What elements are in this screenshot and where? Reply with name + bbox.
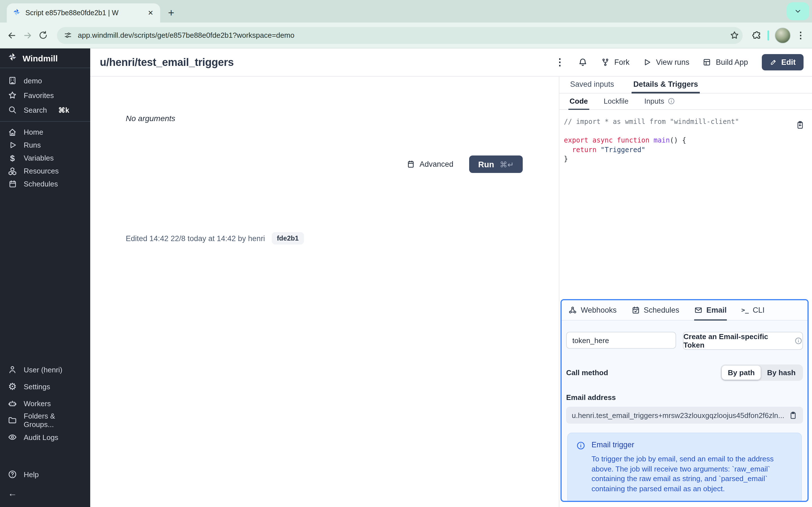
- star-icon: [8, 91, 17, 100]
- favorites-label: Favorites: [24, 91, 54, 100]
- sidebar-item-favorites[interactable]: Favorites: [0, 88, 90, 103]
- search-shortcut: ⌘k: [58, 106, 69, 114]
- bookmark-star-icon[interactable]: [730, 31, 739, 40]
- details-subtabs: Code Lockfile Inputs: [559, 94, 812, 110]
- browser-tab[interactable]: Script e857be88e0fde2b1 | W ✕: [7, 3, 160, 22]
- webhook-icon: [568, 305, 577, 314]
- windmill-logo-icon: [7, 52, 17, 64]
- sidebar-item-search[interactable]: Search ⌘k: [0, 103, 90, 117]
- url-bar[interactable]: app.windmill.dev/scripts/get/e857be88e0f…: [57, 27, 743, 44]
- edit-button[interactable]: Edit: [762, 54, 804, 70]
- home-label: Home: [24, 128, 43, 136]
- infobox-title: Email trigger: [592, 441, 793, 449]
- tab-cli[interactable]: >_ CLI: [741, 300, 765, 321]
- code-block[interactable]: // import * as wmill from "windmill-clie…: [564, 117, 806, 164]
- sidebar-item-variables[interactable]: $ Variables: [0, 152, 90, 165]
- sidebar-item-resources[interactable]: Resources: [0, 165, 90, 177]
- folder-icon: [8, 416, 17, 425]
- tab-close-icon[interactable]: ✕: [147, 9, 154, 17]
- call-method-row: Call method By path By hash: [566, 364, 803, 381]
- extensions-puzzle-icon[interactable]: [752, 30, 762, 40]
- code-string: "Triggered": [601, 146, 645, 154]
- infobox-content: Email trigger To trigger the job by emai…: [592, 441, 793, 494]
- browser-menu-icon[interactable]: ⋮: [796, 30, 805, 41]
- by-path-option[interactable]: By path: [722, 365, 761, 380]
- back-icon[interactable]: [7, 30, 17, 40]
- forward-icon[interactable]: [22, 30, 33, 40]
- run-button[interactable]: Run ⌘↵: [469, 156, 523, 173]
- build-app-button[interactable]: Build App: [703, 58, 748, 66]
- advanced-button[interactable]: Advanced: [407, 160, 453, 168]
- subtab-inputs[interactable]: Inputs: [643, 94, 676, 110]
- sidebar-group-bottom: User (henri) ⚙ Settings Workers Fold: [0, 361, 90, 507]
- bell-icon[interactable]: [578, 57, 588, 67]
- tab-details-triggers[interactable]: Details & Triggers: [631, 76, 700, 94]
- subtab-lockfile[interactable]: Lockfile: [603, 94, 629, 110]
- version-badge[interactable]: fde2b1: [272, 232, 304, 244]
- subtab-code[interactable]: Code: [568, 94, 589, 110]
- view-runs-button[interactable]: View runs: [643, 58, 689, 66]
- clipboard-icon[interactable]: [789, 411, 797, 419]
- new-tab-button[interactable]: +: [168, 8, 174, 17]
- site-info-icon[interactable]: [64, 31, 72, 40]
- browser-toolbar: app.windmill.dev/scripts/get/e857be88e0f…: [0, 22, 812, 48]
- sidebar-item-audit-logs[interactable]: Audit Logs: [0, 429, 90, 446]
- fork-button[interactable]: Fork: [601, 58, 629, 66]
- sidebar-item-workers[interactable]: Workers: [0, 395, 90, 412]
- code-viewer: // import * as wmill from "windmill-clie…: [559, 110, 812, 299]
- create-email-token-button[interactable]: Create an Email-specific Token: [683, 332, 803, 350]
- sidebar-item-folders-groups[interactable]: Folders & Groups...: [0, 412, 90, 429]
- trigger-tabs: Webhooks Schedules Email >_: [562, 300, 808, 321]
- calendar-check-icon: [631, 305, 640, 314]
- tab-webhooks[interactable]: Webhooks: [568, 300, 617, 321]
- search-icon: [8, 105, 17, 114]
- edited-info: Edited 14:42 22/8 today at 14:42 by henr…: [126, 232, 304, 244]
- copy-code-button[interactable]: [796, 121, 805, 129]
- arrow-left-icon: ←: [8, 489, 17, 499]
- calendar-icon: [407, 160, 415, 168]
- code-keyword: async: [592, 136, 613, 144]
- sidebar-logo[interactable]: Windmill: [0, 48, 90, 68]
- call-method-toggle: By path By hash: [721, 364, 803, 381]
- gear-icon: ⚙: [8, 382, 17, 391]
- variables-label: Variables: [24, 154, 54, 162]
- schedules-label: Schedules: [24, 180, 58, 188]
- run-controls: Advanced Run ⌘↵: [407, 156, 523, 173]
- code-comment: // import * as wmill from "windmill-clie…: [564, 118, 739, 126]
- sidebar-divider: [0, 121, 90, 122]
- mail-icon: [694, 305, 702, 314]
- layout-grid-icon: [703, 58, 711, 66]
- browser-avatar[interactable]: [775, 27, 791, 43]
- tab-schedules[interactable]: Schedules: [631, 300, 679, 321]
- folders-groups-label: Folders & Groups...: [24, 412, 82, 429]
- edit-label: Edit: [781, 58, 796, 66]
- sidebar-item-user[interactable]: User (henri): [0, 361, 90, 378]
- email-address-field[interactable]: u.henri.test_email_triggers+mrsw23zlouxg…: [566, 407, 803, 424]
- sidebar-item-workspace[interactable]: demo: [0, 73, 90, 88]
- dollar-icon: $: [8, 154, 17, 163]
- content-area: u/henri/test_email_triggers ⋮ Fork View …: [90, 48, 812, 507]
- tab-email[interactable]: Email: [694, 300, 726, 321]
- sidebar-item-schedules[interactable]: Schedules: [0, 177, 90, 190]
- by-hash-option[interactable]: By hash: [761, 365, 802, 380]
- play-icon: [8, 140, 17, 150]
- sidebar-item-settings[interactable]: ⚙ Settings: [0, 378, 90, 395]
- boxes-icon: [8, 166, 17, 175]
- header-actions: ⋮ Fork View runs Build App: [555, 54, 804, 70]
- more-options-icon[interactable]: ⋮: [555, 56, 565, 68]
- sidebar-item-runs[interactable]: Runs: [0, 138, 90, 152]
- fork-label: Fork: [614, 58, 629, 66]
- robot-icon: [8, 399, 17, 408]
- sidebar-item-help[interactable]: Help: [0, 466, 90, 483]
- sidebar-item-home[interactable]: Home: [0, 126, 90, 138]
- view-runs-label: View runs: [656, 58, 689, 66]
- run-shortcut: ⌘↵: [500, 160, 514, 169]
- reload-icon[interactable]: [38, 31, 48, 40]
- tab-search-button[interactable]: [786, 2, 809, 20]
- create-email-token-label: Create an Email-specific Token: [683, 332, 790, 349]
- token-input[interactable]: token_here: [566, 332, 676, 349]
- tab-saved-inputs[interactable]: Saved inputs: [568, 76, 616, 94]
- cli-tab-label: CLI: [753, 305, 765, 314]
- info-icon: [668, 98, 675, 105]
- collapse-sidebar-button[interactable]: ←: [0, 485, 90, 502]
